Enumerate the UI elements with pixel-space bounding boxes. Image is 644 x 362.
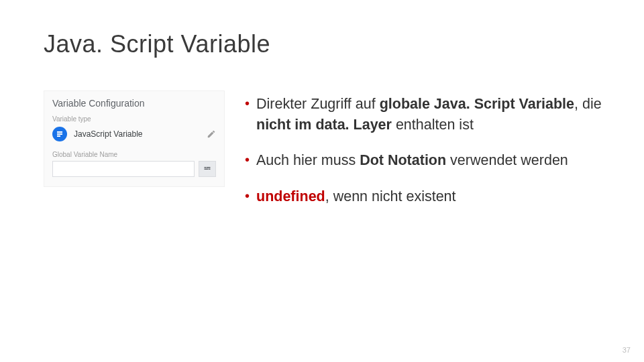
bullet-dot-icon: • bbox=[245, 186, 250, 206]
bullet-text: Direkter Zugriff auf globale Java. Scrip… bbox=[256, 94, 621, 135]
bullet-text: Auch hier muss Dot Notation verwendet we… bbox=[256, 150, 568, 171]
bullet-item: •Direkter Zugriff auf globale Java. Scri… bbox=[245, 94, 621, 135]
variable-type-label: Variable type bbox=[52, 115, 216, 123]
variable-helper-button[interactable] bbox=[199, 161, 216, 177]
variable-type-name: JavaScript Variable bbox=[74, 129, 200, 139]
bullet-item: •undefined, wenn nicht existent bbox=[245, 186, 621, 207]
bullet-text: undefined, wenn nicht existent bbox=[256, 186, 456, 207]
bullet-dot-icon: • bbox=[245, 94, 250, 113]
pencil-icon[interactable] bbox=[207, 129, 216, 139]
panel-heading: Variable Configuration bbox=[52, 98, 216, 109]
global-variable-name-label: Global Variable Name bbox=[52, 151, 216, 158]
bullet-list: •Direkter Zugriff auf globale Java. Scri… bbox=[245, 94, 621, 222]
bullet-item: •Auch hier muss Dot Notation verwendet w… bbox=[245, 150, 621, 171]
page-number: 37 bbox=[623, 346, 631, 354]
global-variable-name-input[interactable] bbox=[52, 161, 195, 177]
variable-config-panel: Variable Configuration Variable type Jav… bbox=[44, 90, 225, 187]
bullet-dot-icon: • bbox=[245, 150, 250, 170]
brick-icon bbox=[203, 163, 211, 175]
slide-title: Java. Script Variable bbox=[44, 30, 270, 58]
variable-type-row[interactable]: JavaScript Variable bbox=[52, 127, 216, 141]
javascript-variable-icon bbox=[52, 127, 67, 141]
